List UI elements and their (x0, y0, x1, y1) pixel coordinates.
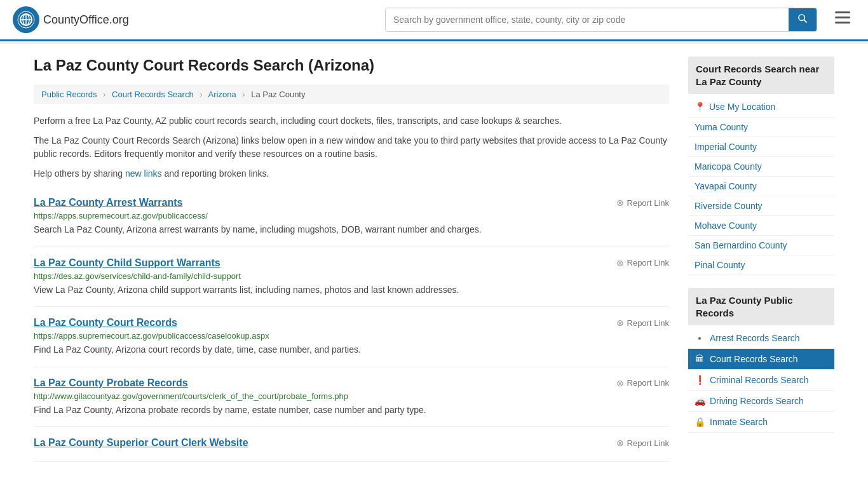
record-icon: 🏛 (695, 354, 705, 364)
pin-icon: 📍 (695, 102, 705, 112)
result-item: La Paz County Court Records ⊗ Report Lin… (34, 307, 669, 367)
result-description: Find La Paz County, Arizona court record… (34, 344, 669, 356)
report-link[interactable]: ⊗ Report Link (616, 258, 669, 268)
result-url[interactable]: https://des.az.gov/services/child-and-fa… (34, 271, 669, 281)
description-3: Help others by sharing new links and rep… (34, 167, 669, 180)
breadcrumb: Public Records › Court Records Search › … (34, 85, 669, 104)
result-item: La Paz County Arrest Warrants ⊗ Report L… (34, 187, 669, 247)
nearby-section: Court Records Search near La Paz County … (688, 57, 834, 275)
sidebar-nearby-link[interactable]: Mohave County (688, 216, 834, 236)
result-title[interactable]: La Paz County Superior Court Clerk Websi… (34, 437, 248, 449)
result-item: La Paz County Probate Records ⊗ Report L… (34, 367, 669, 428)
breadcrumb-court-records[interactable]: Court Records Search (112, 90, 194, 99)
breadcrumb-public-records[interactable]: Public Records (41, 90, 97, 99)
sidebar-nearby-link[interactable]: Riverside County (688, 196, 834, 216)
report-link[interactable]: ⊗ Report Link (616, 318, 669, 328)
report-icon: ⊗ (616, 258, 624, 268)
report-link[interactable]: ⊗ Report Link (616, 378, 669, 388)
description-1: Perform a free La Paz County, AZ public … (34, 114, 669, 128)
svg-point-5 (799, 15, 804, 20)
result-description: View La Paz County, Arizona child suppor… (34, 284, 669, 297)
sidebar-nearby-link[interactable]: Imperial County (688, 137, 834, 157)
record-icon: ❗ (695, 375, 705, 385)
search-button[interactable] (789, 8, 817, 31)
result-item: La Paz County Child Support Warrants ⊗ R… (34, 247, 669, 308)
report-icon: ⊗ (616, 438, 624, 448)
result-description: Find La Paz County, Arizona probate reco… (34, 404, 669, 417)
svg-rect-7 (835, 11, 850, 13)
svg-rect-9 (835, 22, 850, 24)
public-records-links: ▪Arrest Records Search🏛Court Records Sea… (688, 328, 834, 433)
public-records-title: La Paz County Public Records (688, 288, 834, 325)
sidebar-nearby-link[interactable]: Pinal County (688, 255, 834, 275)
page-title: La Paz County Court Records Search (Ariz… (34, 57, 669, 74)
public-records-section: La Paz County Public Records ▪Arrest Rec… (688, 288, 834, 433)
main-container: La Paz County Court Records Search (Ariz… (21, 44, 847, 475)
sidebar-nearby-link[interactable]: Yuma County (688, 118, 834, 137)
breadcrumb-current: La Paz County (251, 90, 305, 99)
report-link[interactable]: ⊗ Report Link (616, 198, 669, 208)
result-url[interactable]: https://apps.supremecourt.az.gov/publica… (34, 331, 669, 341)
svg-rect-8 (835, 17, 850, 18)
result-item: La Paz County Superior Court Clerk Websi… (34, 427, 669, 462)
report-icon: ⊗ (616, 318, 624, 328)
result-header: La Paz County Arrest Warrants ⊗ Report L… (34, 197, 669, 208)
report-icon: ⊗ (616, 378, 624, 388)
result-url[interactable]: http://www.gilacountyaz.gov/government/c… (34, 391, 669, 401)
sidebar-record-link[interactable]: ▪Arrest Records Search (688, 328, 834, 349)
sidebar-nearby-link[interactable]: San Bernardino County (688, 236, 834, 255)
nearby-links: Yuma CountyImperial CountyMaricopa Count… (688, 118, 834, 275)
report-icon: ⊗ (616, 198, 624, 208)
result-title[interactable]: La Paz County Court Records (34, 317, 177, 329)
description-2: The La Paz County Court Records Search (… (34, 134, 669, 161)
result-url[interactable]: https://apps.supremecourt.az.gov/publica… (34, 211, 669, 220)
record-icon: 🔒 (695, 417, 705, 427)
result-header: La Paz County Probate Records ⊗ Report L… (34, 377, 669, 389)
sidebar-record-link[interactable]: ❗Criminal Records Search (688, 370, 834, 391)
sidebar-record-link[interactable]: 🚗Driving Records Search (688, 391, 834, 412)
sidebar-nearby-link[interactable]: Yavapai County (688, 177, 834, 196)
results-list: La Paz County Arrest Warrants ⊗ Report L… (34, 187, 669, 462)
result-title[interactable]: La Paz County Probate Records (34, 377, 188, 389)
result-header: La Paz County Court Records ⊗ Report Lin… (34, 317, 669, 329)
logo-text: CountyOffice.org (43, 13, 129, 27)
report-link[interactable]: ⊗ Report Link (616, 438, 669, 448)
nearby-section-title: Court Records Search near La Paz County (688, 57, 834, 94)
sidebar-record-link[interactable]: 🔒Inmate Search (688, 412, 834, 433)
sidebar-record-link[interactable]: 🏛Court Records Search (688, 349, 834, 370)
result-header: La Paz County Child Support Warrants ⊗ R… (34, 257, 669, 269)
record-icon: ▪ (695, 333, 705, 343)
site-logo[interactable]: CountyOffice.org (13, 6, 129, 33)
breadcrumb-arizona[interactable]: Arizona (208, 90, 236, 99)
svg-line-6 (804, 20, 806, 22)
result-header: La Paz County Superior Court Clerk Websi… (34, 437, 669, 449)
record-icon: 🚗 (695, 396, 705, 406)
content-area: La Paz County Court Records Search (Ariz… (34, 57, 669, 462)
result-description: Search La Paz County, Arizona arrest war… (34, 224, 669, 236)
sidebar: Court Records Search near La Paz County … (688, 57, 834, 462)
search-bar (385, 8, 817, 32)
result-title[interactable]: La Paz County Arrest Warrants (34, 197, 182, 208)
use-my-location[interactable]: 📍 Use My Location (688, 97, 834, 118)
result-title[interactable]: La Paz County Child Support Warrants (34, 257, 220, 269)
search-input[interactable] (386, 10, 789, 30)
new-links-link[interactable]: new links (125, 168, 162, 179)
site-header: CountyOffice.org (0, 0, 868, 41)
menu-button[interactable] (830, 9, 855, 30)
sidebar-nearby-link[interactable]: Maricopa County (688, 157, 834, 177)
logo-icon (13, 6, 39, 33)
